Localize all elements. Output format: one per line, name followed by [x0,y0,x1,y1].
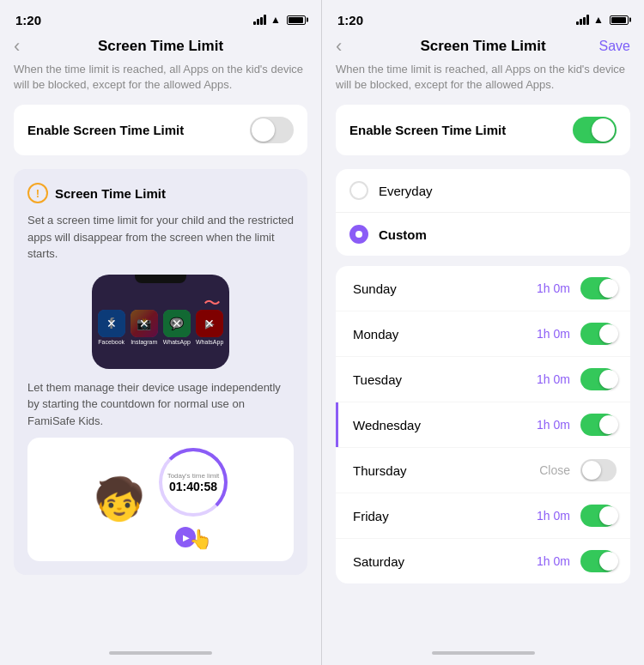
right-status-time: 1:20 [337,13,363,27]
back-button[interactable]: ‹ [14,35,20,57]
left-phone: 1:20 ▲ ‹ Screen Time Limit When the t [0,0,322,665]
right-status-bar: 1:20 ▲ [322,0,644,34]
friday-indicator [336,493,338,538]
wednesday-row: Wednesday 1h 0m [336,402,630,448]
info-card-footer: Let them manage their device usage indep… [27,379,294,430]
left-status-time: 1:20 [15,13,41,27]
right-back-button[interactable]: ‹ [336,35,342,57]
monday-row: Monday 1h 0m [336,311,630,357]
left-toggle-label: Enable Screen Time Limit [27,123,184,137]
home-indicator [109,651,212,655]
monday-time: 1h 0m [537,327,570,341]
info-card-header: ! Screen Time Limit [27,183,294,203]
thursday-time: Close [539,463,570,477]
right-home-indicator [432,651,535,655]
right-description: When the time limit is reached, all Apps… [336,62,630,93]
thursday-label: Thursday [349,463,539,478]
tuesday-time: 1h 0m [537,372,570,386]
friday-row: Friday 1h 0m [336,493,630,539]
info-card: ! Screen Time Limit Set a screen time li… [14,169,307,575]
tuesday-indicator [336,357,338,402]
right-toggle[interactable] [573,117,617,143]
left-content: When the time limit is reached, all Apps… [0,62,321,644]
friday-time: 1h 0m [537,509,570,523]
left-nav-bar: ‹ Screen Time Limit [0,34,321,62]
timer-circle: Today's time limit 01:40:58 [159,448,228,517]
right-enable-toggle-row: Enable Screen Time Limit [336,105,630,155]
sunday-toggle[interactable] [580,277,617,299]
tuesday-toggle[interactable] [580,368,617,390]
saturday-time: 1h 0m [537,554,570,568]
info-card-title: Screen Time Limit [55,186,166,201]
person-illustration: 🧒 [94,479,145,520]
right-home-bar [322,644,644,665]
signal-icon [253,15,266,25]
app-icon-facebook: f ✕ Facebook [98,310,125,345]
right-wifi-icon: ▲ [593,14,604,26]
schedule-options-card: Everyday Custom [336,169,630,256]
app-icon-instagram: 📸 ✕ Instagram [131,310,158,345]
timer-illustration: 🧒 Today's time limit 01:40:58 ▶ 👆 [27,438,294,561]
monday-label: Monday [349,327,537,342]
friday-label: Friday [349,509,537,523]
friday-toggle[interactable] [580,505,617,527]
left-home-bar [0,644,321,665]
custom-label: Custom [379,227,427,242]
app-icon-youtube: ▶ ✕ WhatsApp [196,310,223,345]
wednesday-time: 1h 0m [537,418,570,432]
tuesday-row: Tuesday 1h 0m [336,357,630,402]
wednesday-indicator [336,402,338,447]
everyday-label: Everyday [379,184,433,198]
right-toggle-thumb [592,118,615,142]
left-status-icons: ▲ [253,14,306,26]
everyday-option[interactable]: Everyday [336,169,630,213]
custom-radio[interactable] [349,225,368,244]
monday-indicator [336,311,338,356]
right-content: When the time limit is reached, all Apps… [322,62,644,644]
sunday-indicator [336,266,338,311]
info-card-desc: Set a screen time limit for your child a… [27,212,294,263]
left-enable-toggle-row: Enable Screen Time Limit [14,105,307,155]
sunday-label: Sunday [349,281,537,296]
thursday-row: Thursday Close [336,448,630,493]
saturday-row: Saturday 1h 0m [336,539,630,583]
monday-toggle[interactable] [580,323,617,345]
saturday-toggle[interactable] [580,550,617,572]
days-list: Sunday 1h 0m Monday 1h 0m [336,266,630,583]
left-toggle[interactable] [250,117,294,143]
right-phone: 1:20 ▲ ‹ Screen Time Limit Save [322,0,644,665]
thursday-indicator [336,448,338,493]
sunday-row: Sunday 1h 0m [336,266,630,311]
saturday-label: Saturday [349,554,537,569]
squiggle-decoration: 〜 [204,292,221,315]
left-description: When the time limit is reached, all Apps… [14,62,307,93]
play-hand-row: ▶ 👆 [175,520,212,551]
tuesday-label: Tuesday [349,372,537,387]
app-icon-whatsapp: 💬 ✕ WhatsApp [163,310,191,345]
custom-option[interactable]: Custom [336,213,630,256]
wifi-icon: ▲ [270,14,281,26]
right-nav-bar: ‹ Screen Time Limit Save [322,34,644,62]
left-page-title: Screen Time Limit [98,38,223,55]
wednesday-label: Wednesday [349,418,537,432]
right-toggle-label: Enable Screen Time Limit [349,123,506,137]
phone-notch [135,275,186,283]
right-battery-icon [610,15,629,25]
phone-illustration: f ✕ Facebook 📸 ✕ Instagram [92,275,229,369]
left-status-bar: 1:20 ▲ [0,0,321,34]
thursday-toggle[interactable] [580,459,617,481]
battery-icon [287,15,306,25]
right-signal-icon [576,15,589,25]
save-button[interactable]: Save [599,39,630,54]
saturday-indicator [336,539,338,583]
right-status-icons: ▲ [576,14,629,26]
hand-illustration: 👆 [189,529,212,551]
left-toggle-thumb [252,118,275,142]
wednesday-toggle[interactable] [580,414,617,436]
everyday-radio[interactable] [349,181,368,200]
right-page-title: Screen Time Limit [420,38,545,55]
info-icon: ! [27,183,48,203]
sunday-time: 1h 0m [537,281,570,295]
